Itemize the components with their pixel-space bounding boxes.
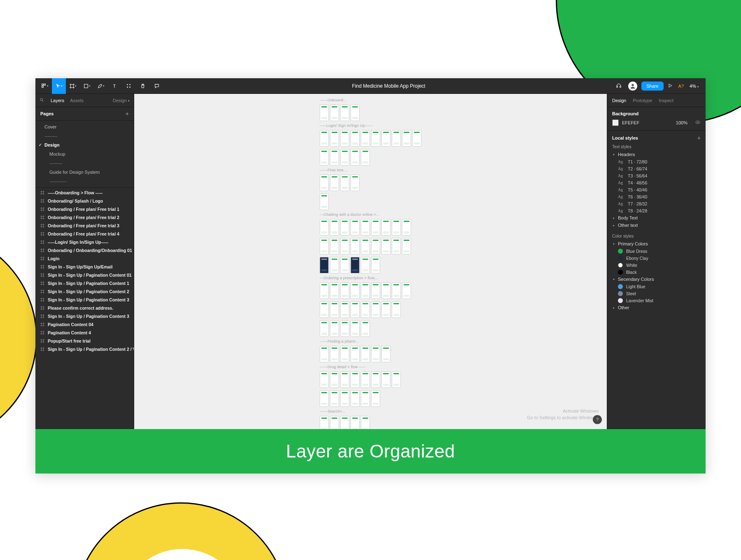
user-avatar[interactable]: [628, 82, 637, 91]
canvas-frame-thumbnail[interactable]: [320, 130, 329, 147]
text-style-row[interactable]: AgT1 · 72/80: [612, 158, 701, 165]
canvas-frame-thumbnail[interactable]: [340, 105, 350, 121]
canvas-frame-thumbnail[interactable]: [402, 130, 411, 147]
canvas-frame-thumbnail[interactable]: [351, 149, 360, 166]
canvas-frame-thumbnail[interactable]: [392, 301, 401, 318]
layer-row[interactable]: Sign In - Sign Up / Pagination Content 2: [35, 287, 134, 296]
canvas-frame-thumbnail[interactable]: [351, 282, 360, 299]
canvas-frame-thumbnail[interactable]: [330, 175, 339, 191]
layer-row[interactable]: Onborading / Onboarding/Onboarding 01: [35, 246, 134, 254]
canvas-frame-thumbnail[interactable]: [330, 301, 339, 318]
canvas-frame-thumbnail[interactable]: [392, 371, 401, 388]
canvas-frame-thumbnail[interactable]: [382, 301, 391, 318]
canvas-frame-thumbnail[interactable]: [351, 257, 360, 273]
canvas-frame-thumbnail[interactable]: [382, 371, 391, 388]
canvas-frame-thumbnail[interactable]: [392, 238, 401, 254]
canvas-frame-thumbnail[interactable]: [382, 346, 391, 362]
layer-row[interactable]: Login: [35, 254, 134, 263]
color-style-row[interactable]: Steel: [612, 290, 701, 297]
canvas-frame-thumbnail[interactable]: [361, 282, 370, 299]
zoom-level[interactable]: 4% ▾: [690, 84, 699, 89]
page-dropdown[interactable]: Design ▴: [113, 98, 130, 103]
visibility-toggle-icon[interactable]: [695, 119, 701, 126]
canvas-frame-thumbnail[interactable]: [402, 219, 411, 236]
layer-row[interactable]: -----Login/ Sign In/Sign Up-----: [35, 238, 134, 246]
canvas-frame-thumbnail[interactable]: [371, 130, 380, 147]
canvas-frame-thumbnail[interactable]: [371, 238, 380, 254]
background-swatch[interactable]: [612, 119, 619, 126]
canvas-frame-thumbnail[interactable]: [382, 282, 391, 299]
canvas-frame-thumbnail[interactable]: [351, 105, 360, 121]
layer-row[interactable]: Sign In - Sign Up / Pagination Content 0…: [35, 271, 134, 279]
layer-row[interactable]: Sign In - Sign Up/Sign Up/Email: [35, 263, 134, 271]
pen-tool-button[interactable]: ▾: [94, 78, 108, 94]
canvas-frame-thumbnail[interactable]: [402, 282, 411, 299]
canvas-frame-thumbnail[interactable]: [330, 320, 339, 337]
canvas-frame-thumbnail[interactable]: [382, 219, 391, 236]
color-style-row[interactable]: Ebony Clay: [612, 254, 701, 261]
text-style-row[interactable]: AgT4 · 48/56: [612, 179, 701, 186]
move-tool-button[interactable]: ▾: [52, 78, 66, 94]
canvas-frame-thumbnail[interactable]: [392, 219, 401, 236]
canvas-frame-thumbnail[interactable]: [320, 149, 329, 166]
layer-row[interactable]: Popup/Start free trial: [35, 337, 134, 345]
text-style-row[interactable]: AgT8 · 24/28: [612, 207, 701, 214]
canvas-frame-thumbnail[interactable]: [330, 257, 339, 273]
figma-menu-button[interactable]: ▾: [38, 78, 52, 94]
canvas-frame-thumbnail[interactable]: [340, 416, 350, 429]
canvas-frame-thumbnail[interactable]: [320, 282, 329, 299]
page-row[interactable]: Design: [35, 140, 134, 149]
canvas-frame-thumbnail[interactable]: [320, 257, 329, 273]
color-style-row[interactable]: Black: [612, 268, 701, 275]
canvas-frame-thumbnail[interactable]: [320, 301, 329, 318]
canvas-frame-thumbnail[interactable]: [340, 130, 350, 147]
shape-tool-button[interactable]: ▾: [80, 78, 94, 94]
canvas-frame-thumbnail[interactable]: [320, 390, 329, 407]
canvas-frame-thumbnail[interactable]: [340, 320, 350, 337]
canvas-frame-thumbnail[interactable]: [392, 282, 401, 299]
canvas-frame-thumbnail[interactable]: [351, 219, 360, 236]
layer-row[interactable]: Pagination Content 04: [35, 320, 134, 329]
resources-button[interactable]: [122, 78, 136, 94]
help-button[interactable]: ?: [593, 415, 602, 424]
other-text-group[interactable]: ▸Other text: [612, 222, 701, 229]
color-style-row[interactable]: Blue Dress: [612, 247, 701, 254]
page-row[interactable]: Guide for Design System: [35, 168, 134, 177]
canvas-frame-thumbnail[interactable]: [320, 194, 329, 210]
canvas-frame-thumbnail[interactable]: [351, 175, 360, 191]
tab-inspect[interactable]: Inspect: [659, 98, 673, 103]
canvas-frame-thumbnail[interactable]: [340, 301, 350, 318]
canvas-frame-thumbnail[interactable]: [320, 371, 329, 388]
canvas-frame-thumbnail[interactable]: [392, 130, 401, 147]
canvas-frame-thumbnail[interactable]: [330, 371, 339, 388]
canvas-frame-thumbnail[interactable]: [340, 390, 350, 407]
comment-tool-button[interactable]: [150, 78, 164, 94]
canvas-frame-thumbnail[interactable]: [340, 282, 350, 299]
layer-row[interactable]: Pagination Content 4: [35, 329, 134, 337]
canvas-frame-thumbnail[interactable]: [371, 371, 380, 388]
layer-row[interactable]: Onborading/ Splash / Logo: [35, 197, 134, 205]
background-opacity[interactable]: 100%: [676, 120, 687, 125]
canvas-frame-thumbnail[interactable]: [330, 416, 339, 429]
color-style-row[interactable]: Lavender Mist: [612, 297, 701, 304]
canvas-frame-thumbnail[interactable]: [351, 371, 360, 388]
layer-row[interactable]: Sign In - Sign Up / Pagination Content 1: [35, 279, 134, 287]
canvas-frame-thumbnail[interactable]: [351, 320, 360, 337]
canvas-frame-thumbnail[interactable]: [330, 238, 339, 254]
canvas-frame-thumbnail[interactable]: [320, 175, 329, 191]
text-style-row[interactable]: AgT5 · 40/46: [612, 186, 701, 193]
text-style-row[interactable]: AgT2 · 66/74: [612, 165, 701, 172]
canvas-frame-thumbnail[interactable]: [371, 346, 380, 362]
canvas-frame-thumbnail[interactable]: [361, 257, 370, 273]
layer-row[interactable]: -----Onboarding > Flow -----: [35, 189, 134, 197]
canvas-frame-thumbnail[interactable]: [330, 390, 339, 407]
canvas-frame-thumbnail[interactable]: [351, 346, 360, 362]
layer-row[interactable]: Onborading / Free plan/ Free trial 1: [35, 205, 134, 213]
canvas-frame-thumbnail[interactable]: [361, 371, 370, 388]
layer-row[interactable]: Please confirm correct address.: [35, 304, 134, 312]
canvas-frame-thumbnail[interactable]: [382, 238, 391, 254]
canvas-frame-thumbnail[interactable]: [320, 238, 329, 254]
tab-prototype[interactable]: Prototype: [633, 98, 652, 103]
canvas-frame-thumbnail[interactable]: [340, 175, 350, 191]
headers-group[interactable]: ▾Headers: [612, 151, 701, 158]
